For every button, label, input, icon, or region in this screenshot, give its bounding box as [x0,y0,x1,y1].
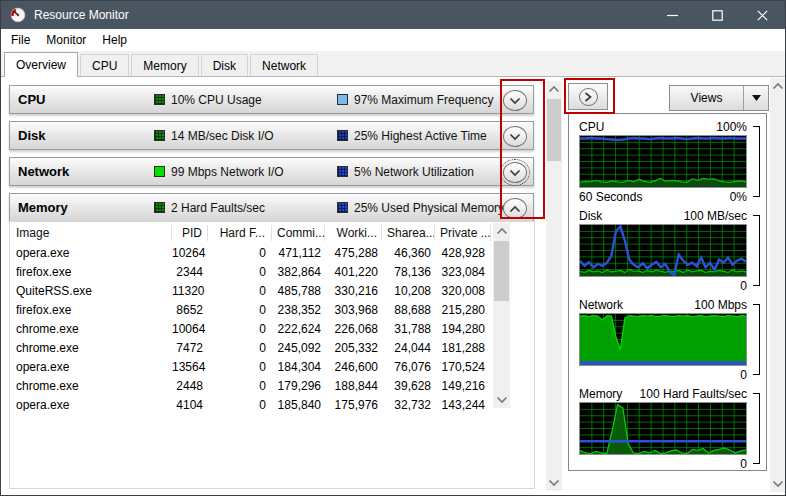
column-header-commi[interactable]: Commi... [272,225,325,241]
menubar: FileMonitorHelp [1,29,785,51]
column-header-image[interactable]: Image [11,225,172,241]
left-panel-scrollbar[interactable] [546,81,562,491]
table-row[interactable]: opera.exe102640471,112475,28846,360428,9… [11,243,491,262]
graph-title: Disk [579,209,602,223]
table-row[interactable]: chrome.exe100640222,624226,06831,788194,… [11,319,491,338]
section-title: Disk [18,128,154,143]
process-value-cell: 4104 [172,398,208,412]
process-value-cell: 475,288 [325,246,382,260]
column-header-hard-f[interactable]: Hard F... [208,225,272,241]
close-button[interactable] [740,1,785,29]
legend-swatch-icon [337,166,348,177]
process-value-cell: 88,688 [382,303,435,317]
tab-cpu[interactable]: CPU [80,54,129,76]
views-button[interactable]: Views [669,85,769,111]
process-value-cell: 175,976 [325,398,382,412]
tab-memory[interactable]: Memory [131,54,198,76]
legend-label: 25% Highest Active Time [354,129,487,143]
graph-title: CPU [579,120,604,134]
graph-scale-min: 0 [740,457,747,471]
process-name-cell: chrome.exe [11,341,172,355]
tab-network[interactable]: Network [250,54,318,76]
menu-item-file[interactable]: File [3,30,38,50]
scroll-down-button[interactable] [770,476,786,492]
table-row[interactable]: opera.exe41040185,840175,97632,732143,24… [11,395,491,411]
views-button-label: Views [670,86,743,110]
scroll-up-button[interactable] [546,81,562,97]
scroll-up-button[interactable] [493,223,510,239]
process-value-cell: 2344 [172,265,208,279]
graph-group-cpu: CPU100%60 Seconds0% [579,118,760,205]
process-name-cell: chrome.exe [11,322,172,336]
table-row[interactable]: chrome.exe24480179,296188,84439,628149,2… [11,376,491,395]
minimize-icon [667,10,678,21]
graph-title: Network [579,298,623,312]
process-value-cell: 238,352 [272,303,325,317]
graph-scale-max: 100 Mbps [694,298,747,312]
views-dropdown-arrow[interactable] [743,86,768,110]
legend-swatch-icon [154,94,165,105]
table-scrollbar[interactable] [493,223,510,408]
expand-graphs-button[interactable] [568,83,608,110]
column-header-private[interactable]: Private ... [435,225,491,241]
process-value-cell: 8652 [172,303,208,317]
maximize-button[interactable] [695,1,740,29]
section-header-cpu[interactable]: CPU10% CPU Usage97% Maximum Frequency [9,85,534,114]
process-value-cell: 0 [208,246,272,260]
process-value-cell: 46,360 [382,246,435,260]
graph-scale-bracket [753,126,760,197]
scroll-up-button[interactable] [770,78,786,94]
menu-item-monitor[interactable]: Monitor [38,30,94,50]
process-value-cell: 194,280 [435,322,491,336]
scrollbar-thumb[interactable] [547,99,561,161]
scroll-down-button[interactable] [493,392,510,408]
minimize-button[interactable] [650,1,695,29]
graph-title: Memory [579,387,622,401]
process-value-cell: 0 [208,398,272,412]
column-header-pid[interactable]: PID [172,225,208,241]
tab-overview[interactable]: Overview [4,52,78,77]
process-value-cell: 149,216 [435,379,491,393]
section-expand-chevron-button[interactable] [503,162,527,183]
menu-item-help[interactable]: Help [94,30,135,50]
resource-monitor-window: Resource Monitor FileMonitorHelp Overvie… [0,0,786,496]
legend-swatch-icon [154,202,165,213]
table-row[interactable]: chrome.exe74720245,092205,33224,044181,2… [11,338,491,357]
section-header-memory[interactable]: Memory2 Hard Faults/sec25% Used Physical… [9,193,534,222]
section-expand-chevron-button[interactable] [503,126,527,147]
process-value-cell: 179,296 [272,379,325,393]
tab-disk[interactable]: Disk [201,54,248,76]
section-collapse-chevron-button[interactable] [503,198,527,219]
section-title: Network [18,164,154,179]
table-row[interactable]: opera.exe135640184,304246,60076,076170,5… [11,357,491,376]
table-row[interactable]: firefox.exe23440382,864401,22078,136323,… [11,262,491,281]
process-table-header: ImagePIDHard F...Commi...Worki...Sharea.… [11,223,491,243]
scrollbar-thumb[interactable] [494,241,509,301]
legend-label: 97% Maximum Frequency [354,93,493,107]
graphs-panel: CPU100%60 Seconds0%Disk100 MB/sec0Networ… [568,113,767,471]
titlebar[interactable]: Resource Monitor [1,1,785,29]
column-header-sharea[interactable]: Sharea... [382,225,435,241]
table-row[interactable]: QuiteRSS.exe113200485,788330,21610,20832… [11,281,491,300]
process-name-cell: firefox.exe [11,265,172,279]
table-row[interactable]: firefox.exe86520238,352303,96888,688215,… [11,300,491,319]
process-value-cell: 0 [208,360,272,374]
section-expand-chevron-button[interactable] [503,90,527,111]
process-name-cell: firefox.exe [11,303,172,317]
graph-scale-min: 0 [740,279,747,293]
section-header-disk[interactable]: Disk14 MB/sec Disk I/O25% Highest Active… [9,121,534,150]
process-value-cell: 0 [208,379,272,393]
process-value-cell: 170,524 [435,360,491,374]
process-value-cell: 0 [208,303,272,317]
window-scrollbar[interactable] [770,78,786,492]
process-value-cell: 143,244 [435,398,491,412]
process-value-cell: 222,624 [272,322,325,336]
process-value-cell: 428,928 [435,246,491,260]
process-name-cell: opera.exe [11,360,172,374]
section-header-network[interactable]: Network99 Mbps Network I/O5% Network Uti… [9,157,534,186]
scroll-down-button[interactable] [546,475,562,491]
legend-label: 99 Mbps Network I/O [171,165,284,179]
legend: 5% Network Utilization [337,165,520,179]
close-icon [757,10,768,21]
column-header-worki[interactable]: Worki... [325,225,382,241]
